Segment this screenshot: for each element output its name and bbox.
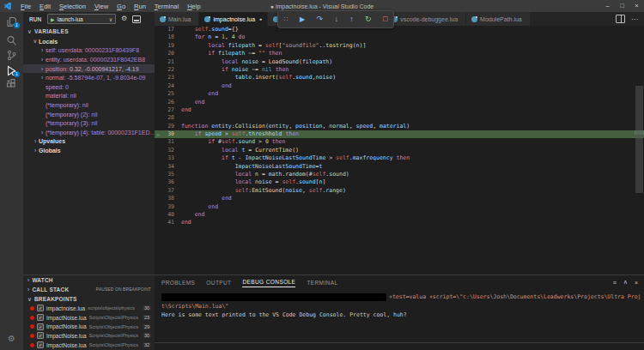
breakpoint-row[interactable]: ✓ImpactNoise.luaScripts\Objects\Physics2… xyxy=(23,322,155,331)
line-number[interactable]: 21 xyxy=(162,58,174,66)
line-number[interactable]: 41 xyxy=(162,219,174,226)
variable-row[interactable]: (*temporary) (2):nil xyxy=(23,110,155,119)
code-line[interactable]: 35 local n = math.random(#self.sound) xyxy=(155,171,644,178)
breakpoint-checkbox[interactable]: ✓ xyxy=(37,341,44,348)
line-number[interactable]: 20 xyxy=(162,50,174,57)
breakpoint-checkbox[interactable]: ✓ xyxy=(37,305,44,311)
code-line[interactable]: 19 local filepath = self["soundfile"..to… xyxy=(155,42,644,50)
line-number[interactable]: 29 xyxy=(162,123,174,130)
variable-row[interactable]: (*temporary) (3):nil xyxy=(23,118,155,128)
line-number[interactable]: 33 xyxy=(162,154,174,162)
panel-tab-output[interactable]: OUTPUT xyxy=(206,278,231,287)
tab-ModulePath.lua[interactable]: ModulePath.lua xyxy=(466,12,531,26)
editor-scrollbar[interactable] xyxy=(635,86,643,193)
debug-step-out-button[interactable]: ↑ xyxy=(349,12,354,27)
code-editor[interactable]: 17 self.sound={}18 for n = 1, 4 do19 loc… xyxy=(155,26,644,275)
variable-row[interactable]: speed:0 xyxy=(23,82,155,92)
tab-impactnoise.lua[interactable]: impactnoise.lua● xyxy=(199,12,268,26)
code-line[interactable]: 33 if t - ImpactNoiseLastSoundTime > sel… xyxy=(155,154,644,162)
tab-vscode-debuggee.lua[interactable]: vscode-debuggee.lua xyxy=(386,12,466,26)
variable-row[interactable]: ›Upvalues xyxy=(23,137,155,147)
maximize-panel-icon[interactable]: ∧ xyxy=(623,279,628,286)
code-line[interactable]: 29function entity:Collision(entity, posi… xyxy=(155,123,644,130)
panel-tab-terminal[interactable]: TERMINAL xyxy=(307,278,337,287)
code-line[interactable]: 31 if #self.sound > 0 then xyxy=(155,138,644,146)
line-number[interactable]: 25 xyxy=(162,90,174,98)
panel-tab-problems[interactable]: PROBLEMS xyxy=(161,278,195,287)
configure-gear-icon[interactable]: ⚙ xyxy=(121,14,127,24)
breakpoint-row[interactable]: ✓impactnoise.luascripts\objects\physics3… xyxy=(23,304,155,313)
search-icon[interactable] xyxy=(0,33,23,47)
line-number[interactable]: 34 xyxy=(162,163,174,171)
explorer-icon[interactable]: 1 xyxy=(0,15,23,28)
manage-gear-icon[interactable]: ⚙ xyxy=(0,331,23,345)
code-line[interactable]: 38 end xyxy=(155,195,644,202)
variable-row[interactable]: ›entity:userdata: 00000231F8042EB8 xyxy=(23,55,155,64)
close-panel-icon[interactable]: × xyxy=(635,280,638,286)
minimize-button[interactable]: – xyxy=(600,0,615,12)
variable-row[interactable]: ›normal:-5.58794e-07, 1, -9.8034e-09 xyxy=(23,73,155,82)
code-line[interactable]: 40 end xyxy=(155,211,644,219)
panel-tab-debug-console[interactable]: DEBUG CONSOLE xyxy=(242,277,295,287)
code-line[interactable]: 22 if noise ~= nil then xyxy=(155,66,644,74)
code-line[interactable]: 32 local t = CurrentTime() xyxy=(155,147,644,154)
menu-edit[interactable]: Edit xyxy=(35,3,55,10)
watch-section-header[interactable]: › WATCH xyxy=(23,275,155,285)
variable-row[interactable]: ›self:userdata: 00000231F80439F8 xyxy=(23,46,155,56)
code-line[interactable]: 23 table.insert(self.sound,noise) xyxy=(155,74,644,81)
call-stack-section-header[interactable]: › CALL STACK PAUSED ON BREAKPOINT xyxy=(23,285,155,294)
menu-go[interactable]: Go xyxy=(112,3,130,10)
line-number[interactable]: 37 xyxy=(162,187,174,195)
line-number[interactable]: 30 xyxy=(162,130,174,138)
breakpoint-checkbox[interactable]: ✓ xyxy=(37,323,44,330)
debug-step-into-button[interactable]: ↓ xyxy=(334,12,338,27)
code-line[interactable]: 34 ImpactNoiseLastSoundTime=t xyxy=(155,163,644,171)
breakpoint-row[interactable]: ✓ImpactNoise.luaScripts\Objects\Physics2… xyxy=(23,313,155,323)
extensions-icon[interactable] xyxy=(0,76,23,90)
line-number[interactable]: 17 xyxy=(162,26,174,33)
breakpoint-row[interactable]: ✓ImpactNoise.luaScripts\Objects\Physics3… xyxy=(23,331,155,341)
variable-row[interactable]: material:nil xyxy=(23,92,155,101)
debug-stop-button[interactable]: □ xyxy=(383,12,387,27)
line-number[interactable]: 22 xyxy=(162,66,174,74)
line-number[interactable]: 24 xyxy=(162,82,174,90)
code-line[interactable]: 27end xyxy=(155,106,644,114)
menu-help[interactable]: Help xyxy=(183,3,204,10)
line-number[interactable]: 27 xyxy=(162,106,174,114)
breakpoint-checkbox[interactable]: ✓ xyxy=(37,314,44,321)
filter-icon[interactable]: ≡ xyxy=(613,280,617,286)
line-number[interactable]: 23 xyxy=(162,74,174,81)
line-number[interactable]: 26 xyxy=(162,99,174,106)
variable-row[interactable]: ∨Locals xyxy=(23,37,155,46)
start-debug-icon[interactable]: ▶ xyxy=(51,16,55,22)
code-line[interactable]: 28 xyxy=(155,114,644,122)
line-number[interactable]: 31 xyxy=(162,138,174,146)
close-button[interactable]: × xyxy=(629,0,644,12)
code-line[interactable]: 18 for n = 1, 4 do xyxy=(155,33,644,41)
breakpoint-row[interactable]: ✓ImpactNoise.luaScripts\Objects\Physics3… xyxy=(23,341,155,350)
line-number[interactable]: 36 xyxy=(162,178,174,186)
line-number[interactable]: 32 xyxy=(162,147,174,154)
line-number[interactable]: 28 xyxy=(162,114,174,122)
line-number[interactable]: 35 xyxy=(162,171,174,178)
variables-section-header[interactable]: ∨ VARIABLES xyxy=(23,26,155,37)
line-number[interactable]: 39 xyxy=(162,203,174,211)
debug-continue-button[interactable]: ▶ xyxy=(300,12,305,27)
menu-run[interactable]: Run xyxy=(130,3,150,10)
menu-view[interactable]: View xyxy=(90,3,112,10)
breakpoint-checkbox[interactable]: ✓ xyxy=(37,332,44,339)
variable-row[interactable]: ›(*temporary) (4):table: 00000231F1ED… xyxy=(23,128,155,137)
code-line[interactable]: 17 self.sound={} xyxy=(155,26,644,33)
line-number[interactable]: 40 xyxy=(162,211,174,219)
launch-config-select[interactable]: ▶ launch-lua ∨ xyxy=(47,14,116,24)
debug-restart-button[interactable]: ↻ xyxy=(365,12,372,27)
debug-grip-button[interactable]: ∷ xyxy=(284,12,289,27)
menu-file[interactable]: File xyxy=(16,3,35,10)
code-line[interactable]: 26 end xyxy=(155,99,644,106)
line-number[interactable]: 19 xyxy=(162,42,174,50)
split-editor-icon[interactable] xyxy=(616,15,625,23)
code-line[interactable]: 25 end xyxy=(155,90,644,98)
code-line[interactable]: 37 self:EmitSound(noise, self.range) xyxy=(155,187,644,195)
line-number[interactable]: 18 xyxy=(162,33,174,41)
run-and-debug-icon[interactable]: 1 xyxy=(0,63,23,77)
